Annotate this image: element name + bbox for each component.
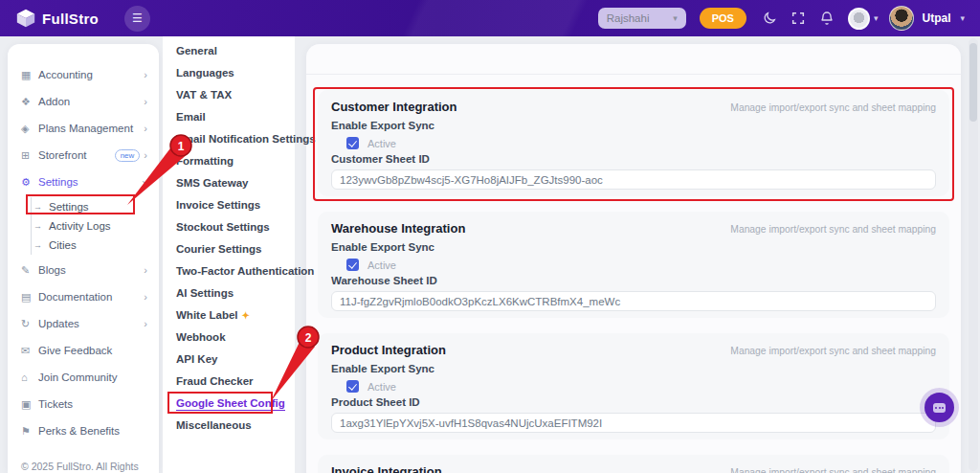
chevron-right-icon: › bbox=[144, 291, 147, 303]
sidebar-item-blogs[interactable]: ✎ Blogs › bbox=[8, 257, 159, 283]
submenu-item-settings[interactable]: → Settings bbox=[32, 197, 159, 216]
blogs-icon: ✎ bbox=[21, 264, 38, 277]
sidebar-item-accounting[interactable]: ▦ Accounting › bbox=[8, 61, 159, 88]
customer-integration-section: Customer Integration Manage import/expor… bbox=[318, 90, 949, 196]
chevron-right-icon: › bbox=[144, 318, 147, 329]
settings-nav-languages[interactable]: Languages bbox=[163, 62, 295, 84]
checkbox-checked-icon[interactable] bbox=[346, 259, 359, 271]
customer-sheet-id-label: Customer Sheet ID bbox=[331, 153, 936, 167]
fullscreen-icon[interactable] bbox=[791, 11, 806, 26]
settings-nav-email[interactable]: Email bbox=[163, 106, 295, 128]
sidebar-item-perks-benefits[interactable]: ⚑ Perks & Benefits bbox=[8, 417, 159, 444]
plans-icon: ◈ bbox=[21, 123, 38, 135]
settings-nav-white-label[interactable]: White Label✦ bbox=[163, 304, 295, 327]
sidebar-item-join-community[interactable]: ⌂ Join Community bbox=[8, 364, 159, 391]
product-sheet-id-input[interactable] bbox=[331, 413, 936, 433]
settings-gear-icon: ⚙ bbox=[21, 176, 38, 189]
brand-name: FullStro bbox=[42, 11, 99, 27]
sidebar-item-documentation[interactable]: ▤ Documentation › bbox=[8, 283, 159, 310]
product-sheet-id-label: Product Sheet ID bbox=[331, 396, 936, 410]
section-subtitle: Manage import/export sync and sheet mapp… bbox=[730, 224, 936, 235]
chevron-right-icon: › bbox=[144, 149, 147, 161]
settings-nav-webhook[interactable]: Webhook bbox=[163, 327, 295, 349]
perks-icon: ⚑ bbox=[21, 425, 38, 438]
settings-nav-general[interactable]: General bbox=[163, 40, 295, 62]
sidebar-item-plans-management[interactable]: ◈ Plans Management › bbox=[8, 115, 159, 142]
sidebar-item-settings[interactable]: ⚙ Settings › bbox=[8, 169, 159, 195]
chevron-right-icon: › bbox=[144, 123, 147, 134]
cube-logo-icon bbox=[15, 8, 36, 29]
submenu-item-cities[interactable]: → Cities bbox=[32, 236, 159, 255]
settings-nav-sms-gateway[interactable]: SMS Gateway bbox=[163, 172, 295, 194]
customer-sheet-id-input[interactable] bbox=[331, 169, 936, 190]
addon-icon: ❖ bbox=[21, 96, 38, 108]
warehouse-sheet-id-input[interactable] bbox=[331, 291, 936, 311]
warehouse-active-checkbox-row[interactable]: Active bbox=[346, 258, 936, 272]
submenu-item-activity-logs[interactable]: → Activity Logs bbox=[32, 216, 159, 236]
updates-icon: ↻ bbox=[21, 318, 38, 330]
user-name[interactable]: Utpal bbox=[922, 11, 950, 25]
accounting-icon: ▦ bbox=[21, 69, 38, 81]
settings-submenu: → Settings → Activity Logs → Cities bbox=[31, 197, 159, 255]
section-title: Invoice Integration bbox=[331, 464, 442, 473]
tickets-icon: ▣ bbox=[21, 398, 38, 411]
pos-button[interactable]: POS bbox=[700, 8, 746, 29]
settings-nav-fraud-checker[interactable]: Fraud Checker bbox=[163, 371, 295, 393]
settings-nav-invoice-settings[interactable]: Invoice Settings bbox=[163, 194, 295, 216]
chevron-down-icon[interactable]: ▾ bbox=[960, 13, 965, 23]
sidebar-item-storefront[interactable]: ⊞ Storefront new › bbox=[8, 142, 159, 169]
support-chat-button[interactable] bbox=[924, 393, 954, 422]
sidebar-item-updates[interactable]: ↻ Updates › bbox=[8, 310, 159, 337]
settings-nav-api-key[interactable]: API Key bbox=[163, 349, 295, 371]
chevron-right-icon: › bbox=[144, 96, 147, 107]
settings-nav-courier-settings[interactable]: Courier Settings bbox=[163, 238, 295, 260]
brand-logo[interactable]: FullStro bbox=[15, 6, 99, 31]
user-avatar[interactable] bbox=[889, 6, 914, 31]
dark-mode-moon-icon[interactable] bbox=[762, 11, 777, 26]
chevron-down-icon[interactable]: ▾ bbox=[874, 13, 879, 23]
settings-nav-email-notification[interactable]: Email Notification Settings bbox=[163, 128, 295, 150]
customer-active-checkbox-row[interactable]: Active bbox=[346, 136, 936, 150]
settings-nav-panel: General Languages VAT & TAX Email Email … bbox=[163, 36, 295, 473]
section-subtitle: Manage import/export sync and sheet mapp… bbox=[730, 467, 936, 473]
settings-nav-vat-tax[interactable]: VAT & TAX bbox=[163, 84, 295, 106]
page-scrollbar-track bbox=[969, 38, 978, 471]
storefront-icon: ⊞ bbox=[21, 149, 38, 162]
language-flag-selector[interactable] bbox=[848, 8, 870, 30]
panel-header-strip bbox=[306, 44, 961, 75]
settings-nav-ai-settings[interactable]: AI Settings bbox=[163, 282, 295, 304]
feedback-icon: ✉ bbox=[21, 345, 38, 357]
settings-nav-google-sheet-config[interactable]: Google Sheet Config bbox=[163, 393, 295, 415]
region-selector-dropdown[interactable]: Rajshahi ▾ bbox=[598, 8, 686, 29]
product-active-checkbox-row[interactable]: Active bbox=[346, 379, 936, 394]
chevron-down-icon: ▾ bbox=[673, 13, 678, 23]
sidebar-item-tickets[interactable]: ▣ Tickets bbox=[8, 391, 159, 417]
notifications-bell-icon[interactable] bbox=[819, 11, 835, 26]
page-scrollbar-thumb[interactable] bbox=[969, 43, 977, 122]
chat-bubble-icon bbox=[933, 403, 946, 413]
checkbox-checked-icon[interactable] bbox=[346, 137, 359, 149]
settings-nav-miscellaneous[interactable]: Miscellaneous bbox=[163, 415, 295, 437]
section-title: Warehouse Integration bbox=[331, 221, 465, 236]
section-subtitle: Manage import/export sync and sheet mapp… bbox=[730, 102, 936, 113]
google-sheet-config-panel: Customer Integration Manage import/expor… bbox=[306, 44, 961, 473]
warehouse-sheet-id-label: Warehouse Sheet ID bbox=[331, 275, 936, 288]
section-title: Customer Integration bbox=[331, 100, 457, 114]
settings-nav-stockout-settings[interactable]: Stockout Settings bbox=[163, 216, 295, 238]
arrow-right-icon: → bbox=[33, 202, 42, 212]
hamburger-menu-button[interactable]: ☰ bbox=[124, 6, 150, 32]
settings-nav-two-factor[interactable]: Two-Factor Authentication bbox=[163, 260, 295, 282]
chevron-right-icon: › bbox=[144, 69, 147, 80]
top-header-bar: FullStro ☰ Rajshahi ▾ POS ▾ Utpal ▾ bbox=[0, 0, 980, 36]
enable-export-sync-label: Enable Export Sync bbox=[331, 120, 936, 133]
copyright-text: © 2025 FullStro. All Rights bbox=[21, 461, 139, 472]
sidebar-item-give-feedback[interactable]: ✉ Give Feedback bbox=[8, 337, 159, 364]
sparkle-icon: ✦ bbox=[242, 310, 250, 321]
checkbox-checked-icon[interactable] bbox=[346, 380, 359, 393]
chevron-right-icon: › bbox=[144, 264, 147, 276]
settings-nav-formatting[interactable]: Formatting bbox=[163, 150, 295, 172]
region-selector-value: Rajshahi bbox=[607, 12, 650, 24]
sidebar-item-addon[interactable]: ❖ Addon › bbox=[8, 88, 159, 115]
arrow-right-icon: → bbox=[33, 221, 42, 231]
product-integration-section: Product Integration Manage import/export… bbox=[318, 333, 949, 439]
